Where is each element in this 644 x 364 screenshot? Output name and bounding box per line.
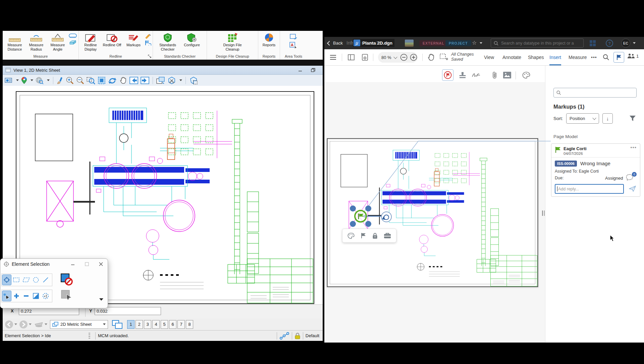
select-marquee-icon[interactable]	[440, 49, 448, 65]
document-thumbnail[interactable]	[405, 40, 414, 47]
sheet-properties-icon[interactable]	[362, 49, 368, 65]
area-measure-icon[interactable]	[289, 34, 298, 40]
markups-button[interactable]: Markups	[123, 32, 144, 47]
select-shape-icon[interactable]	[22, 275, 31, 285]
card-more-menu-icon[interactable]: •••	[630, 144, 637, 150]
clip-volume-caret[interactable]	[179, 79, 182, 81]
select-line-icon[interactable]	[41, 275, 50, 285]
pan-hand-icon[interactable]	[119, 76, 127, 84]
insert-flag-button[interactable]	[442, 69, 453, 81]
global-search-box[interactable]	[491, 39, 584, 48]
tab-measure[interactable]: Measure	[569, 49, 587, 65]
user-avatar[interactable]: EC	[621, 39, 630, 48]
menu-hamburger-icon[interactable]	[330, 49, 336, 65]
status-grip[interactable]	[89, 333, 90, 339]
fit-view-icon[interactable]	[98, 76, 106, 84]
design-file-cleanup-button[interactable]: Design File Cleanup	[216, 32, 249, 51]
panel-toggle-icon[interactable]	[348, 49, 355, 65]
view-attributes-caret[interactable]	[16, 79, 19, 81]
insert-image-icon[interactable]	[501, 69, 513, 81]
map-pin-icon[interactable]	[21, 77, 27, 84]
lock-icon[interactable]	[294, 332, 301, 340]
global-search-input[interactable]	[500, 41, 581, 46]
forward-nav-caret[interactable]	[29, 323, 32, 325]
dialog-close-button[interactable]	[99, 262, 103, 266]
add-select-icon[interactable]	[12, 291, 21, 301]
dialog-maximize-button[interactable]	[85, 262, 89, 266]
redline-off-button[interactable]: Redline Off	[102, 32, 122, 47]
zoom-in-button[interactable]	[410, 49, 417, 65]
measure-area-icon[interactable]	[69, 34, 77, 38]
measure-radius-button[interactable]: Measure Radius	[26, 32, 47, 51]
dialog-minimize-button[interactable]	[71, 262, 75, 266]
style-palette-icon[interactable]	[521, 69, 532, 81]
back-nav-caret[interactable]	[14, 323, 17, 325]
inverse-select-icon[interactable]	[32, 291, 40, 301]
zoom-caret-icon[interactable]	[393, 55, 397, 59]
window-area-icon[interactable]	[87, 76, 95, 84]
tab-shapes[interactable]: Shapes	[528, 49, 544, 65]
markup-toolbox-icon[interactable]	[384, 233, 391, 239]
measure-distance-button[interactable]: Measure Distance	[4, 32, 25, 51]
update-view-brush-icon[interactable]	[57, 77, 63, 84]
page-button-3[interactable]: 3	[144, 320, 151, 329]
toolbar-search-icon[interactable]	[603, 49, 609, 65]
redline-dialog-launcher-icon[interactable]	[148, 55, 152, 58]
help-icon[interactable]: ?	[605, 39, 613, 47]
clip-volume-icon[interactable]	[167, 76, 176, 84]
select-all-icon[interactable]	[41, 291, 50, 301]
page-button-4[interactable]: 4	[152, 320, 160, 329]
markup-style-palette-icon[interactable]	[347, 233, 355, 239]
collaborators-indicator[interactable]: 1	[627, 53, 639, 59]
map-pin-caret[interactable]	[31, 79, 33, 81]
zoom-out-button[interactable]	[400, 49, 408, 65]
views-history-icon[interactable]	[34, 321, 44, 327]
markup-flag-icon[interactable]	[361, 233, 366, 239]
view-previous-icon[interactable]	[129, 77, 138, 84]
app-grid-icon[interactable]	[589, 40, 596, 47]
active-mode-text[interactable]: Default	[306, 333, 319, 338]
panel-resize-handle[interactable]	[542, 210, 545, 216]
user-menu-caret[interactable]	[633, 42, 636, 44]
redline-flag-pencil-icon[interactable]	[145, 34, 151, 39]
standards-checker-button[interactable]: Standards Checker	[156, 32, 179, 51]
zoom-in-icon[interactable]	[66, 76, 74, 84]
select-block-icon[interactable]	[12, 275, 21, 285]
geo-globe-caret[interactable]	[47, 79, 50, 81]
favorite-caret[interactable]	[480, 42, 482, 44]
pan-tool-icon[interactable]	[427, 49, 435, 65]
dual-window-icon[interactable]	[112, 320, 123, 329]
send-reply-icon[interactable]	[629, 185, 637, 192]
tab-annotate[interactable]: Annotate	[502, 49, 521, 65]
view-window-titlebar[interactable]: View 1, 2D Metric Sheet	[3, 66, 323, 75]
view-attributes-icon[interactable]	[5, 77, 13, 83]
rotate-view-icon[interactable]	[108, 76, 117, 84]
select-none-icon[interactable]	[61, 290, 72, 301]
measure-angle-button[interactable]: Measure Angle	[47, 32, 68, 51]
select-individual-icon[interactable]	[2, 275, 11, 285]
markup-lock-icon[interactable]	[372, 233, 378, 239]
page-button-6[interactable]: 6	[169, 320, 176, 329]
view-next-icon[interactable]	[141, 77, 149, 84]
tab-insert[interactable]: Insert	[549, 49, 561, 65]
geo-globe-icon[interactable]	[36, 77, 44, 84]
page-button-8[interactable]: 8	[186, 320, 193, 329]
markup-card[interactable]: Eagle Corti 04/07/2026 ••• ISS-00006 Wro…	[551, 143, 640, 197]
select-circle-icon[interactable]	[32, 275, 40, 285]
sort-dropdown[interactable]: Position	[566, 113, 599, 124]
page-button-1[interactable]: 1	[127, 320, 135, 329]
more-tools-icon[interactable]: •••	[591, 49, 597, 65]
clip-mask-icon[interactable]	[189, 76, 198, 84]
forward-nav-button[interactable]	[19, 320, 28, 329]
sort-direction-button[interactable]: ↓	[602, 113, 613, 124]
zoom-out-icon[interactable]	[76, 76, 84, 84]
measure-volume-icon[interactable]	[69, 40, 77, 45]
redline-flag-refresh-icon[interactable]	[145, 40, 151, 46]
markups-search-input[interactable]	[563, 90, 634, 96]
copy-view-icon[interactable]	[156, 77, 165, 84]
subtract-select-icon[interactable]	[22, 291, 31, 301]
views-history-caret[interactable]	[45, 323, 47, 325]
zoom-value[interactable]: 80 %	[381, 55, 391, 60]
page-button-7[interactable]: 7	[177, 320, 185, 329]
snap-mode-icon[interactable]	[279, 332, 289, 340]
